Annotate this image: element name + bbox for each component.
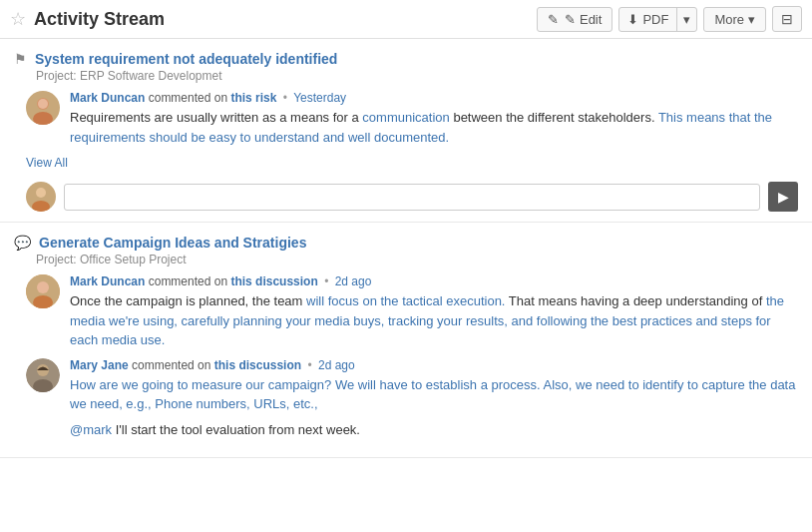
bullet-2-2: • bbox=[307, 358, 311, 372]
star-icon[interactable]: ☆ bbox=[10, 8, 26, 30]
view-all-link-1[interactable]: View All bbox=[26, 156, 68, 170]
comment-text-2-2: How are we going to measure our campaign… bbox=[70, 375, 798, 414]
comment-input-1[interactable] bbox=[64, 184, 760, 211]
more-chevron-icon: ▾ bbox=[748, 12, 755, 27]
activity-project-1: Project: ERP Software Developmet bbox=[36, 69, 798, 83]
comment-body-2-2: Mary Jane commented on this discussion •… bbox=[70, 358, 798, 440]
comment-author-2-2[interactable]: Mary Jane bbox=[70, 358, 129, 372]
page-title: Activity Stream bbox=[34, 9, 165, 30]
activity-title-row-2: 💬 Generate Campaign Ideas and Stratigies bbox=[14, 235, 798, 251]
download-icon: ⬇ bbox=[627, 12, 638, 27]
svg-point-4 bbox=[32, 201, 50, 212]
header-left: ☆ Activity Stream bbox=[10, 8, 165, 30]
avatar-mary bbox=[26, 358, 60, 392]
avatar-current-user-1 bbox=[26, 182, 56, 212]
timestamp-1-1: Yesterday bbox=[293, 91, 346, 105]
pdf-main[interactable]: ⬇ PDF bbox=[619, 8, 677, 31]
svg-point-3 bbox=[36, 188, 46, 198]
avatar-mark-2 bbox=[26, 274, 60, 308]
avatar-mark-1 bbox=[26, 91, 60, 125]
comment-text-2-1: Once the campaign is planned, the team w… bbox=[70, 291, 798, 350]
comment-1-1: Mark Duncan commented on this risk • Yes… bbox=[26, 91, 798, 147]
comment-meta-2-2: Mary Jane commented on this discussion •… bbox=[70, 358, 798, 372]
bullet-2-1: • bbox=[324, 274, 328, 288]
highlight-3: will focus on the tactical execution. bbox=[306, 293, 505, 308]
pdf-label: PDF bbox=[642, 12, 668, 27]
comment-target-2-1[interactable]: this discussion bbox=[230, 274, 317, 288]
comment-send-button-1[interactable]: ▶ bbox=[768, 182, 798, 212]
edit-button[interactable]: ✎ ✎ Edit bbox=[537, 7, 612, 32]
comment-2-2: Mary Jane commented on this discussion •… bbox=[26, 358, 798, 440]
timestamp-2-2: 2d ago bbox=[318, 358, 355, 372]
activity-project-2: Project: Office Setup Project bbox=[36, 253, 798, 266]
svg-point-1 bbox=[33, 112, 53, 125]
comment-text-1-1: Requirements are usually written as a me… bbox=[70, 108, 798, 147]
activity-title-1[interactable]: System requirement not adequately identi… bbox=[35, 51, 337, 67]
bullet-1-1: • bbox=[283, 91, 287, 105]
page-header: ☆ Activity Stream ✎ ✎ Edit ⬇ PDF ▾ More … bbox=[0, 0, 812, 39]
pdf-button[interactable]: ⬇ PDF ▾ bbox=[618, 7, 697, 32]
comment-author-1-1[interactable]: Mark Duncan bbox=[70, 91, 145, 105]
comment-author-2-1[interactable]: Mark Duncan bbox=[70, 274, 145, 288]
comment-body-1-1: Mark Duncan commented on this risk • Yes… bbox=[70, 91, 798, 147]
comment-text-2-2-extra: @mark I'll start the tool evaluation fro… bbox=[70, 420, 798, 440]
comment-action-1-1: commented on bbox=[149, 91, 231, 105]
edit-icon: ✎ bbox=[548, 12, 559, 27]
comment-action-2-2: commented on bbox=[132, 358, 214, 372]
activity-title-row-1: ⚑ System requirement not adequately iden… bbox=[14, 51, 798, 67]
comment-input-row-1: ▶ bbox=[26, 182, 798, 212]
header-actions: ✎ ✎ Edit ⬇ PDF ▾ More ▾ ⊟ bbox=[537, 6, 802, 32]
more-label: More bbox=[714, 12, 744, 27]
comment-meta-2-1: Mark Duncan commented on this discussion… bbox=[70, 274, 798, 288]
chat-icon: 💬 bbox=[14, 235, 31, 251]
activity-stream-content: ⚑ System requirement not adequately iden… bbox=[0, 39, 812, 458]
activity-title-2[interactable]: Generate Campaign Ideas and Stratigies bbox=[39, 235, 306, 251]
pdf-caret[interactable]: ▾ bbox=[677, 8, 696, 31]
comment-target-1-1[interactable]: this risk bbox=[230, 91, 276, 105]
send-icon-1: ▶ bbox=[778, 189, 789, 205]
flag-icon: ⚑ bbox=[14, 51, 27, 67]
comment-body-2-1: Mark Duncan commented on this discussion… bbox=[70, 274, 798, 350]
edit-label: ✎ Edit bbox=[565, 12, 602, 27]
highlight-5: How are we going to measure our campaign… bbox=[70, 377, 795, 412]
more-button[interactable]: More ▾ bbox=[703, 7, 766, 32]
comment-action-2-1: commented on bbox=[149, 274, 231, 288]
sidebar-toggle-button[interactable]: ⊟ bbox=[772, 6, 802, 32]
svg-point-6 bbox=[37, 281, 49, 293]
comment-target-2-2[interactable]: this discussion bbox=[214, 358, 301, 372]
activity-item-2: 💬 Generate Campaign Ideas and Stratigies… bbox=[0, 223, 812, 458]
comment-meta-1-1: Mark Duncan commented on this risk • Yes… bbox=[70, 91, 798, 105]
comment-2-1: Mark Duncan commented on this discussion… bbox=[26, 274, 798, 350]
timestamp-2-1: 2d ago bbox=[335, 274, 372, 288]
activity-item-1: ⚑ System requirement not adequately iden… bbox=[0, 39, 812, 223]
svg-point-2 bbox=[38, 99, 48, 109]
highlight-1: communication bbox=[362, 110, 449, 125]
mention-mark: @mark bbox=[70, 422, 112, 437]
